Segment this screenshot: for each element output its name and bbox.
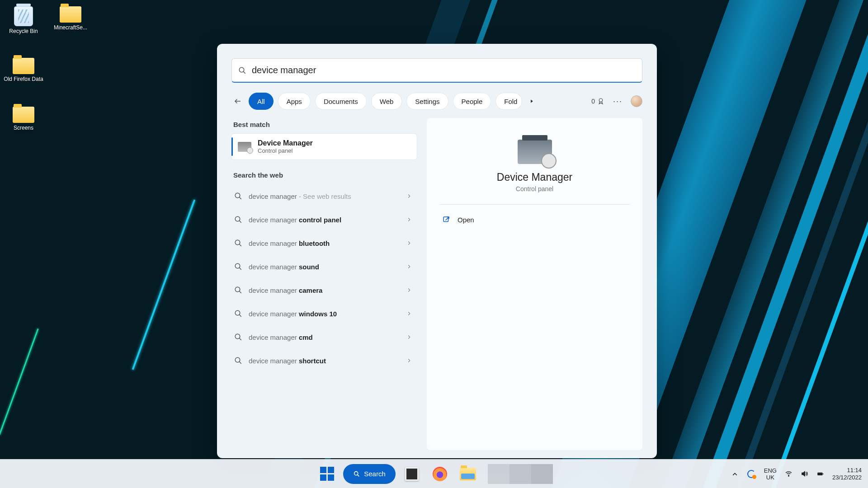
svg-point-11 [235, 263, 240, 268]
svg-point-9 [235, 240, 240, 245]
svg-point-15 [235, 310, 240, 315]
web-result-row[interactable]: device manager control panel [231, 208, 417, 231]
open-label: Open [458, 216, 474, 224]
svg-line-18 [239, 338, 241, 340]
web-result-text: device manager windows 10 [249, 310, 400, 318]
folder-icon [13, 58, 34, 74]
svg-marker-3 [531, 100, 533, 103]
filter-folders[interactable]: Fold [495, 93, 522, 110]
web-result-text: device manager control panel [249, 216, 400, 224]
chevron-right-icon [406, 240, 412, 246]
onedrive-sync-icon[interactable] [747, 469, 756, 479]
web-result-text: device manager shortcut [249, 357, 400, 365]
folder-icon [13, 107, 34, 123]
wifi-icon[interactable] [785, 470, 793, 478]
divider [439, 204, 630, 205]
web-result-row[interactable]: device manager bluetooth [231, 231, 417, 255]
taskbar-file-explorer[interactable] [456, 464, 480, 484]
chevron-right-icon [406, 263, 412, 270]
filter-scroll-right[interactable] [527, 99, 537, 104]
system-tray: ENG UK 11:14 23/12/2022 [731, 460, 862, 488]
result-preview-pane: Device Manager Control panel Open [427, 118, 642, 450]
svg-line-20 [239, 361, 241, 364]
web-result-row[interactable]: device manager cmd [231, 325, 417, 349]
taskbar-window-previews[interactable] [488, 464, 553, 484]
taskbar-firefox[interactable] [428, 464, 452, 484]
search-icon [234, 263, 242, 271]
web-result-row[interactable]: device manager camera [231, 278, 417, 302]
best-match-subtitle: Control panel [258, 147, 313, 154]
web-result-text: device manager bluetooth [249, 239, 400, 247]
chevron-right-icon [406, 216, 412, 223]
svg-line-14 [239, 291, 241, 293]
web-result-row[interactable]: device manager sound [231, 255, 417, 278]
web-result-text: device manager camera [249, 286, 400, 294]
results-list: Best match Device Manager Control panel … [231, 118, 417, 450]
svg-line-16 [239, 314, 241, 317]
search-icon [234, 333, 242, 341]
svg-point-24 [788, 476, 789, 476]
web-result-row[interactable]: device manager shortcut [231, 349, 417, 372]
svg-point-0 [239, 67, 244, 72]
web-result-row[interactable]: device manager windows 10 [231, 302, 417, 325]
best-match-result[interactable]: Device Manager Control panel [231, 134, 417, 160]
svg-line-8 [239, 221, 241, 223]
start-button[interactable] [315, 464, 339, 484]
svg-point-7 [235, 216, 240, 221]
medal-icon [597, 97, 605, 105]
svg-point-22 [354, 471, 358, 475]
search-icon [353, 470, 360, 478]
filter-web[interactable]: Web [371, 93, 402, 110]
filter-row: All Apps Documents Web Settings People F… [217, 83, 657, 118]
back-button[interactable] [231, 95, 244, 108]
web-result-text: device manager - See web results [249, 192, 400, 200]
svg-point-19 [235, 357, 240, 362]
svg-point-5 [235, 193, 240, 198]
search-icon [234, 239, 242, 247]
chevron-right-icon [406, 334, 412, 340]
user-avatar[interactable] [631, 95, 642, 107]
clock[interactable]: 11:14 23/12/2022 [832, 467, 862, 481]
search-icon [234, 310, 242, 318]
preview-subtitle: Control panel [516, 185, 553, 192]
folder-icon [60, 6, 81, 23]
svg-rect-27 [823, 473, 823, 474]
svg-point-13 [235, 287, 240, 292]
preview-title: Device Manager [497, 171, 572, 183]
web-result-text: device manager cmd [249, 333, 400, 341]
volume-icon[interactable] [801, 470, 808, 478]
best-match-title: Device Manager [258, 139, 313, 147]
more-options[interactable]: ··· [613, 97, 623, 106]
search-input[interactable] [252, 65, 636, 75]
desktop-icon-label: MinecraftSe... [50, 24, 91, 31]
filter-documents[interactable]: Documents [315, 93, 367, 110]
desktop-icon-old-firefox[interactable]: Old Firefox Data [3, 55, 44, 96]
taskbar-task-view[interactable] [400, 464, 424, 484]
search-icon [234, 192, 242, 200]
search-icon [234, 357, 242, 365]
rewards-indicator[interactable]: 0 [591, 97, 605, 105]
search-bar[interactable] [231, 58, 642, 83]
battery-icon[interactable] [816, 470, 824, 478]
taskbar-search-button[interactable]: Search [343, 464, 396, 484]
svg-point-4 [599, 99, 603, 102]
language-indicator[interactable]: ENG UK [764, 467, 777, 481]
filter-apps[interactable]: Apps [278, 93, 311, 110]
search-icon [234, 216, 242, 224]
desktop-icon-label: Old Firefox Data [3, 76, 44, 82]
file-explorer-icon [460, 468, 476, 480]
web-result-row[interactable]: device manager - See web results [231, 184, 417, 208]
taskbar-search-label: Search [364, 470, 386, 478]
taskbar: Search ENG UK 11:14 23/12/2022 [0, 459, 868, 488]
tray-overflow-icon[interactable] [731, 470, 739, 478]
desktop-icon-minecraft[interactable]: MinecraftSe... [50, 4, 91, 44]
desktop-icon-screens[interactable]: Screens [3, 104, 44, 145]
filter-all[interactable]: All [249, 93, 274, 110]
open-action[interactable]: Open [439, 211, 630, 228]
filter-people[interactable]: People [453, 93, 491, 110]
recycle-bin-icon [14, 6, 33, 26]
svg-marker-25 [802, 472, 805, 476]
filter-settings[interactable]: Settings [406, 93, 448, 110]
desktop-icon-recycle-bin[interactable]: Recycle Bin [3, 4, 44, 44]
firefox-icon [433, 467, 447, 481]
